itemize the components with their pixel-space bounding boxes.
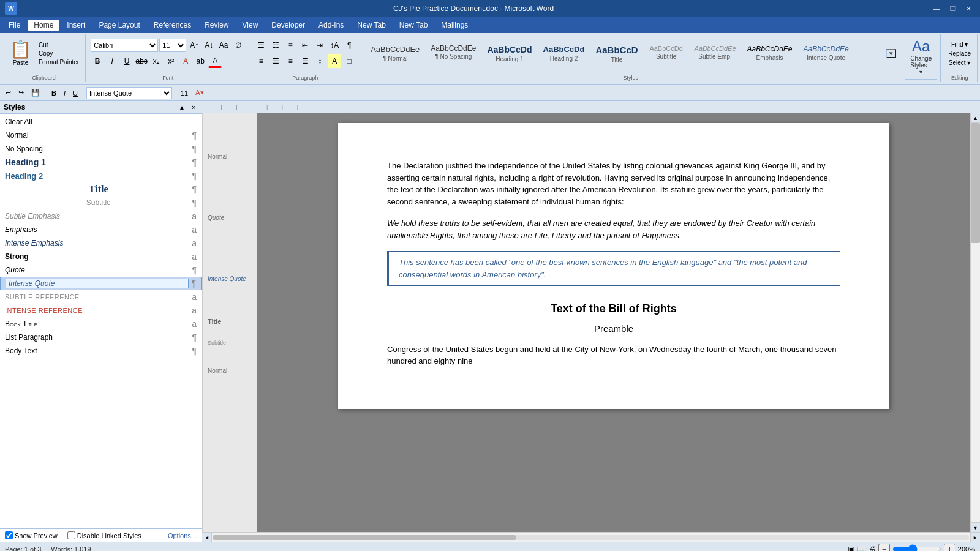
find-button[interactable]: Find ▾ (949, 40, 970, 48)
style-item-list-para[interactable]: List Paragraph ¶ (0, 331, 202, 344)
sort-button[interactable]: ↕A (328, 39, 341, 52)
vertical-scrollbar[interactable]: ▲ ▼ (970, 113, 980, 532)
menu-file[interactable]: File (2, 20, 26, 31)
tb-redo-button[interactable]: ↪ (15, 87, 27, 99)
text-highlight-button[interactable]: ab (194, 54, 207, 68)
style-item-quote[interactable]: Quote ¶ (0, 263, 202, 277)
style-item-heading1[interactable]: Heading 1 ¶ (0, 156, 202, 169)
underline-button[interactable]: U (120, 54, 134, 68)
numbering-button[interactable]: ☷ (269, 39, 282, 52)
style-item-normal[interactable]: Normal ¶ (0, 129, 202, 142)
scroll-right-button[interactable]: ► (970, 533, 980, 542)
increase-indent-button[interactable]: ⇥ (313, 39, 326, 52)
show-marks-button[interactable]: ¶ (342, 39, 356, 52)
style-item-strong[interactable]: Strong a (0, 250, 202, 263)
copy-button[interactable]: Copy (36, 50, 81, 58)
view-reading-button[interactable]: 📖 (857, 545, 866, 552)
scroll-down-button[interactable]: ▼ (971, 522, 980, 532)
bullets-button[interactable]: ☰ (254, 39, 268, 52)
bold-button[interactable]: B (91, 54, 104, 68)
style-title[interactable]: AaBbCcD Title (591, 43, 642, 65)
line-spacing-button[interactable]: ↕ (313, 54, 326, 68)
view-page-layout-button[interactable]: 🖨 (869, 545, 876, 552)
style-heading1[interactable]: AaBbCcDd Heading 1 (483, 43, 536, 65)
tb-font-color[interactable]: A▾ (192, 87, 206, 99)
menu-references[interactable]: References (148, 20, 197, 31)
style-subtle-emp[interactable]: AaBbCcDdEe Subtle Emp. (690, 43, 741, 65)
shading-button[interactable]: A (328, 54, 341, 68)
menu-developer[interactable]: Developer (265, 20, 311, 31)
justify-button[interactable]: ☰ (298, 54, 312, 68)
menu-home[interactable]: Home (28, 20, 59, 31)
styles-panel-close[interactable]: ▲ (177, 104, 187, 111)
show-preview-checkbox[interactable]: Show Preview (5, 531, 58, 539)
select-button[interactable]: Select ▾ (946, 59, 973, 67)
maximize-button[interactable]: ❐ (946, 4, 960, 14)
style-item-intense-quote[interactable]: Intense Quote ¶ (0, 277, 202, 290)
style-item-intense-ref[interactable]: Intense Reference a (0, 304, 202, 317)
clear-format-button[interactable]: ∅ (232, 39, 245, 52)
menu-insert[interactable]: Insert (61, 20, 91, 31)
font-name-select[interactable]: Calibri (91, 39, 158, 52)
menu-mailings[interactable]: Mailings (435, 20, 474, 31)
view-normal-button[interactable]: ▣ (848, 545, 854, 552)
disable-linked-checkbox[interactable]: Disable Linked Styles (67, 531, 141, 539)
cut-button[interactable]: Cut (36, 41, 81, 49)
scroll-left-button[interactable]: ◄ (202, 533, 212, 542)
decrease-indent-button[interactable]: ⇤ (298, 39, 312, 52)
menu-add-ins[interactable]: Add-Ins (312, 20, 350, 31)
horizontal-scrollbar[interactable]: ◄ ► (202, 532, 980, 542)
scroll-track[interactable] (971, 123, 980, 522)
style-item-book-title[interactable]: Book Title a (0, 317, 202, 331)
tb-undo-button[interactable]: ↩ (2, 87, 14, 99)
scroll-thumb[interactable] (971, 123, 980, 243)
strikethrough-button[interactable]: abc (135, 54, 148, 68)
paste-button[interactable]: 📋 Paste (6, 40, 35, 67)
style-normal[interactable]: AaBbCcDdEe ¶ Normal (366, 43, 424, 65)
font-color-button[interactable]: A (208, 54, 222, 68)
borders-button[interactable]: □ (342, 54, 356, 68)
style-item-title[interactable]: Title ¶ (0, 182, 202, 196)
menu-new-tab-1[interactable]: New Tab (351, 20, 391, 31)
multilevel-button[interactable]: ≡ (284, 39, 297, 52)
style-intense-quote[interactable]: AaBbCcDdEe Intense Quote (799, 43, 853, 65)
font-size-select[interactable]: 11 (159, 39, 186, 52)
align-right-button[interactable]: ≡ (284, 54, 297, 68)
font-grow-button[interactable]: A↑ (187, 39, 201, 52)
style-item-clear-all[interactable]: Clear All (0, 115, 202, 129)
window-controls[interactable]: — ❐ ✕ (930, 4, 975, 14)
style-dropdown-tb[interactable]: Intense Quote (86, 87, 172, 99)
minimize-button[interactable]: — (930, 4, 944, 14)
style-item-subtle-ref[interactable]: Subtle Reference a (0, 290, 202, 304)
style-item-no-spacing[interactable]: No Spacing ¶ (0, 142, 202, 156)
format-painter-button[interactable]: Format Painter (36, 58, 81, 66)
show-preview-check[interactable] (5, 531, 13, 539)
menu-review[interactable]: Review (198, 20, 235, 31)
style-item-emphasis[interactable]: Emphasis a (0, 223, 202, 236)
replace-button[interactable]: Replace (946, 50, 973, 58)
zoom-slider[interactable] (892, 544, 941, 552)
style-item-heading2[interactable]: Heading 2 ¶ (0, 169, 202, 182)
font-shrink-button[interactable]: A↓ (202, 39, 216, 52)
tb-font-size[interactable]: 11 (178, 87, 191, 99)
zoom-out-button[interactable]: − (878, 544, 890, 552)
menu-new-tab-2[interactable]: New Tab (393, 20, 434, 31)
style-item-subtle-emp[interactable]: Subtle Emphasis a (0, 209, 202, 223)
style-heading2[interactable]: AaBbCcDd Heading 2 (539, 43, 589, 65)
style-item-body-text[interactable]: Body Text ¶ (0, 344, 202, 358)
tb-underline-button[interactable]: U (70, 87, 81, 99)
tb-italic-button[interactable]: I (61, 87, 69, 99)
font-case-button[interactable]: Aa (217, 39, 230, 52)
options-button[interactable]: Options... (168, 532, 197, 539)
style-subtitle[interactable]: AaBbCcDd Subtitle (645, 43, 688, 65)
align-left-button[interactable]: ≡ (254, 54, 268, 68)
style-item-intense-emp[interactable]: Intense Emphasis a (0, 236, 202, 250)
h-scroll-track[interactable] (213, 535, 969, 540)
subscript-button[interactable]: x₂ (149, 54, 163, 68)
zoom-in-button[interactable]: + (944, 544, 956, 552)
document-scroll[interactable]: The Declaration justified the independen… (257, 113, 970, 532)
tb-bold-button[interactable]: B (48, 87, 59, 99)
menu-view[interactable]: View (236, 20, 265, 31)
tb-save-button[interactable]: 💾 (28, 87, 43, 99)
superscript-button[interactable]: x² (164, 54, 178, 68)
